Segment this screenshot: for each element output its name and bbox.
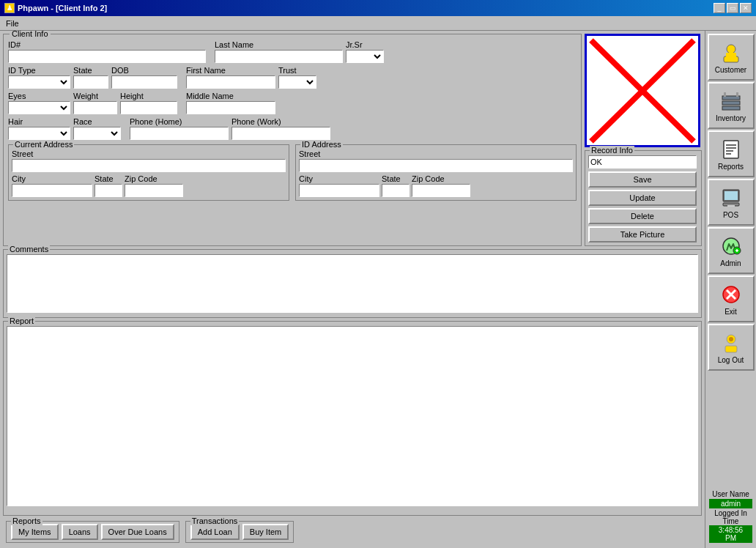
current-city-row: City State Zip Code xyxy=(12,174,286,197)
hair-select[interactable] xyxy=(8,127,70,140)
race-select[interactable] xyxy=(73,127,121,140)
app-container: Client Info ID# Last Name Jr.Sr JrSr xyxy=(0,31,756,548)
id-zip-group: Zip Code xyxy=(412,174,470,197)
sidebar-item-inventory[interactable]: Inventory xyxy=(708,82,755,129)
sidebar-item-admin[interactable]: Admin xyxy=(708,227,755,274)
admin-label: Admin xyxy=(720,259,741,267)
reports-group-label: Reports xyxy=(11,516,42,525)
add-loan-button[interactable]: Add Loan xyxy=(190,524,240,540)
current-address-label: Current Address xyxy=(13,140,74,149)
current-city-group: City xyxy=(12,174,92,197)
dob-input[interactable] xyxy=(111,75,177,89)
admin-icon xyxy=(719,234,743,258)
close-button[interactable]: ✕ xyxy=(740,3,752,13)
comments-panel: Comments xyxy=(3,249,702,318)
loans-button[interactable]: Loans xyxy=(62,524,98,540)
save-button[interactable]: Save xyxy=(588,171,697,188)
id-zip-label: Zip Code xyxy=(412,174,470,183)
state-label: State xyxy=(73,66,108,75)
logout-icon xyxy=(719,331,743,355)
my-items-button[interactable]: My Items xyxy=(11,524,59,540)
window-controls: _ ▭ ✕ xyxy=(714,3,752,13)
delete-button[interactable]: Delete xyxy=(588,208,697,224)
id-state-label: State xyxy=(382,174,410,183)
username-label: User Name xyxy=(709,490,752,498)
time-value: 3:48:56 PM xyxy=(709,525,752,543)
phonehome-field-group: Phone (Home) xyxy=(130,117,229,140)
menu-bar: File xyxy=(0,16,756,31)
take-picture-button[interactable]: Take Picture xyxy=(588,226,697,242)
id-street-group: Street xyxy=(299,149,573,172)
phonework-label: Phone (Work) xyxy=(231,117,330,126)
svg-rect-5 xyxy=(726,53,736,58)
record-status-input[interactable] xyxy=(588,155,697,169)
current-street-input[interactable] xyxy=(12,159,286,172)
id-address-label: ID Address xyxy=(300,140,343,149)
height-input[interactable] xyxy=(120,101,177,114)
id-state-input[interactable] xyxy=(382,184,410,197)
lastname-label: Last Name xyxy=(215,40,343,49)
lastname-input[interactable] xyxy=(215,50,343,63)
current-zip-label: Zip Code xyxy=(125,174,183,183)
id-state-group: State xyxy=(382,174,410,197)
client-info-panel: Client Info ID# Last Name Jr.Sr JrSr xyxy=(3,34,582,246)
svg-rect-7 xyxy=(722,101,740,105)
comments-label: Comments xyxy=(8,245,50,253)
state-input[interactable] xyxy=(73,75,108,89)
update-button[interactable]: Update xyxy=(588,190,697,206)
svg-rect-8 xyxy=(722,106,740,110)
exit-icon xyxy=(719,283,743,306)
middlename-input[interactable] xyxy=(186,101,275,114)
sidebar-item-reports[interactable]: Reports xyxy=(708,130,755,177)
client-info-label: Client Info xyxy=(10,31,51,38)
current-state-group: State xyxy=(94,174,122,197)
report-label: Report xyxy=(8,316,35,325)
jrsr-select[interactable]: JrSr xyxy=(346,50,384,63)
trust-field-group: Trust xyxy=(278,66,316,89)
height-field-group: Height xyxy=(120,92,177,114)
inventory-label: Inventory xyxy=(716,114,746,122)
dob-label: DOB xyxy=(111,66,177,75)
weight-input[interactable] xyxy=(73,101,117,114)
transactions-group: Transactions Add Loan Buy Item xyxy=(185,521,294,543)
weight-field-group: Weight xyxy=(73,92,117,114)
eyes-select[interactable] xyxy=(8,101,70,114)
comments-textarea[interactable] xyxy=(7,254,698,313)
id-street-input[interactable] xyxy=(299,159,573,172)
race-label: Race xyxy=(73,117,121,126)
sidebar-item-customer[interactable]: Customer xyxy=(708,34,755,81)
inventory-icon xyxy=(719,89,743,113)
id-zip-input[interactable] xyxy=(412,184,470,197)
report-textarea[interactable] xyxy=(7,326,698,506)
reports-icon xyxy=(719,138,743,161)
current-city-input[interactable] xyxy=(12,184,92,197)
id-input[interactable] xyxy=(8,50,206,63)
current-state-input[interactable] xyxy=(94,184,122,197)
jrsr-label: Jr.Sr xyxy=(346,40,384,49)
race-field-group: Race xyxy=(73,117,121,140)
eyes-field-group: Eyes xyxy=(8,92,70,114)
restore-button[interactable]: ▭ xyxy=(727,3,738,13)
current-address-panel: Current Address Street City State xyxy=(8,144,289,201)
buy-item-button[interactable]: Buy Item xyxy=(242,524,289,540)
sidebar-item-exit[interactable]: Exit xyxy=(708,275,755,322)
current-state-label: State xyxy=(94,174,122,183)
id-city-group: City xyxy=(299,174,379,197)
sidebar: Customer Inventory xyxy=(705,31,756,548)
overdue-loans-button[interactable]: Over Due Loans xyxy=(101,524,174,540)
firstname-label: First Name xyxy=(186,66,275,75)
sidebar-item-pos[interactable]: POS xyxy=(708,179,755,226)
phonehome-input[interactable] xyxy=(130,127,229,140)
sidebar-item-logout[interactable]: Log Out xyxy=(708,324,755,371)
idtype-select[interactable] xyxy=(8,75,70,89)
trust-select[interactable] xyxy=(278,75,316,89)
current-street-label: Street xyxy=(12,149,286,158)
svg-rect-9 xyxy=(724,92,726,97)
idtype-label: ID Type xyxy=(8,66,70,75)
current-zip-input[interactable] xyxy=(125,184,183,197)
phonework-input[interactable] xyxy=(231,127,330,140)
menu-file[interactable]: File xyxy=(3,18,22,29)
minimize-button[interactable]: _ xyxy=(714,3,725,13)
firstname-input[interactable] xyxy=(186,75,275,89)
id-city-input[interactable] xyxy=(299,184,379,197)
